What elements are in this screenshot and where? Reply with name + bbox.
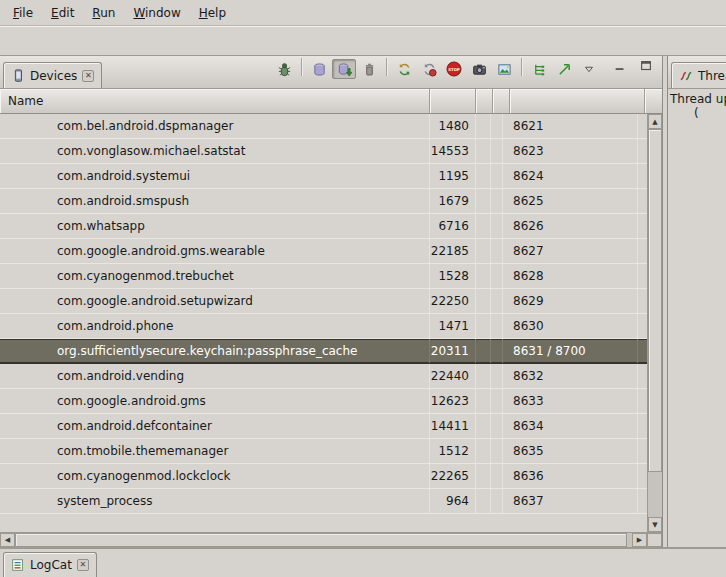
- table-row[interactable]: com.google.android.gms126238633: [0, 389, 647, 414]
- table-row[interactable]: com.whatsapp67168626: [0, 214, 647, 239]
- scroll-right-icon[interactable]: ▶: [632, 533, 647, 547]
- logcat-icon: [11, 558, 25, 572]
- cell-pid: 964: [430, 489, 476, 513]
- column-header-port[interactable]: [510, 89, 645, 113]
- cell-name: com.android.phone: [0, 314, 430, 338]
- vertical-scroll-thumb[interactable]: [648, 129, 662, 472]
- table-row[interactable]: com.google.android.gms.wearable221858627: [0, 239, 647, 264]
- column-header-pid[interactable]: [430, 89, 476, 113]
- table-header-row: Name: [0, 89, 662, 114]
- cell-c4: [491, 464, 503, 488]
- cell-c3: [476, 214, 491, 238]
- table-row[interactable]: org.sufficientlysecure.keychain:passphra…: [0, 339, 647, 364]
- svg-text:STOP: STOP: [448, 67, 460, 72]
- hierarchy-viewer-icon[interactable]: [527, 59, 551, 79]
- close-icon[interactable]: ✕: [82, 70, 94, 82]
- start-method-profiling-icon[interactable]: [417, 59, 441, 79]
- cell-name: com.android.vending: [0, 364, 430, 388]
- menu-window[interactable]: Window: [124, 2, 189, 24]
- cell-c3: [476, 239, 491, 263]
- table-row[interactable]: com.tmobile.thememanager15128635: [0, 439, 647, 464]
- screen-capture-icon[interactable]: [467, 59, 491, 79]
- cell-port: 8634: [503, 414, 638, 438]
- cell-rest: [638, 164, 647, 188]
- table-row[interactable]: com.vonglasow.michael.satstat145538623: [0, 139, 647, 164]
- cell-port: 8637: [503, 489, 638, 513]
- menubar: File Edit Run Window Help: [0, 0, 726, 26]
- table-row[interactable]: com.google.android.setupwizard222508629: [0, 289, 647, 314]
- table-row[interactable]: system_process9648637: [0, 489, 647, 514]
- cell-name: com.cyanogenmod.lockclock: [0, 464, 430, 488]
- cell-pid: 1528: [430, 264, 476, 288]
- cell-c3: [476, 139, 491, 163]
- menu-run[interactable]: Run: [83, 2, 124, 24]
- table-row[interactable]: com.android.defcontainer144118634: [0, 414, 647, 439]
- vertical-scrollbar[interactable]: ▲ ▼: [647, 114, 662, 532]
- table-row[interactable]: com.android.phone14718630: [0, 314, 647, 339]
- vertical-scroll-track[interactable]: [648, 472, 662, 517]
- cell-rest: [638, 464, 647, 488]
- cell-c4: [491, 114, 503, 138]
- table-row[interactable]: com.cyanogenmod.lockclock222658636: [0, 464, 647, 489]
- cell-c4: [491, 264, 503, 288]
- maximize-icon[interactable]: [634, 56, 658, 76]
- cell-c4: [491, 389, 503, 413]
- scroll-down-icon[interactable]: ▼: [648, 517, 662, 532]
- cell-c4: [491, 239, 503, 263]
- cell-c3: [476, 114, 491, 138]
- debug-icon[interactable]: [272, 59, 296, 79]
- horizontal-scrollbar[interactable]: ◀ ▶: [0, 533, 647, 547]
- cell-pid: 1195: [430, 164, 476, 188]
- column-header-rest: [645, 89, 662, 113]
- close-icon[interactable]: ✕: [77, 559, 89, 571]
- cell-c4: [491, 489, 503, 513]
- logcat-bar: LogCat ✕: [0, 547, 726, 577]
- update-heap-icon[interactable]: [307, 59, 331, 79]
- cell-rest: [638, 364, 647, 388]
- table-row[interactable]: com.android.smspush16798625: [0, 189, 647, 214]
- menu-help[interactable]: Help: [190, 2, 235, 24]
- cause-gc-icon[interactable]: [357, 59, 381, 79]
- cell-pid: 1512: [430, 439, 476, 463]
- cell-port: 8636: [503, 464, 638, 488]
- table-row[interactable]: com.android.systemui11958624: [0, 164, 647, 189]
- tab-threads[interactable]: Threads: [671, 62, 726, 88]
- dump-hprof-icon[interactable]: [332, 59, 356, 79]
- cell-c3: [476, 314, 491, 338]
- menu-edit[interactable]: Edit: [42, 2, 83, 24]
- device-icon: [11, 69, 25, 83]
- cell-port: 8624: [503, 164, 638, 188]
- scroll-left-icon[interactable]: ◀: [0, 533, 15, 547]
- table-row[interactable]: com.cyanogenmod.trebuchet15288628: [0, 264, 647, 289]
- tab-logcat[interactable]: LogCat ✕: [3, 552, 97, 577]
- cell-c4: [491, 364, 503, 388]
- cell-port: 8627: [503, 239, 638, 263]
- cell-c4: [491, 339, 503, 363]
- cell-rest: [638, 414, 647, 438]
- column-header-name[interactable]: Name: [0, 89, 430, 113]
- view-menu-icon[interactable]: [577, 59, 601, 79]
- cell-pid: 14553: [430, 139, 476, 163]
- minimize-icon[interactable]: [608, 56, 632, 76]
- cell-c4: [491, 289, 503, 313]
- cell-name: com.google.android.setupwizard: [0, 289, 430, 313]
- table-row[interactable]: com.android.vending224408632: [0, 364, 647, 389]
- devices-panel: Devices ✕: [0, 56, 663, 547]
- device-rows: com.bel.android.dspmanager14808621com.vo…: [0, 114, 647, 532]
- tab-devices[interactable]: Devices ✕: [3, 62, 102, 88]
- stop-process-icon[interactable]: STOP: [442, 59, 466, 79]
- cell-port: 8626: [503, 214, 638, 238]
- cell-rest: [638, 189, 647, 213]
- horizontal-scroll-thumb[interactable]: [15, 533, 627, 547]
- cell-port: 8635: [503, 439, 638, 463]
- table-row[interactable]: com.bel.android.dspmanager14808621: [0, 114, 647, 139]
- cell-rest: [638, 289, 647, 313]
- dump-view-hierarchy-icon[interactable]: [492, 59, 516, 79]
- menu-file[interactable]: File: [4, 2, 42, 24]
- cell-c4: [491, 314, 503, 338]
- update-threads-icon[interactable]: [392, 59, 416, 79]
- tab-logcat-label: LogCat: [30, 558, 72, 572]
- cell-name: com.tmobile.thememanager: [0, 439, 430, 463]
- pixel-perfect-icon[interactable]: [552, 59, 576, 79]
- scroll-up-icon[interactable]: ▲: [648, 114, 662, 129]
